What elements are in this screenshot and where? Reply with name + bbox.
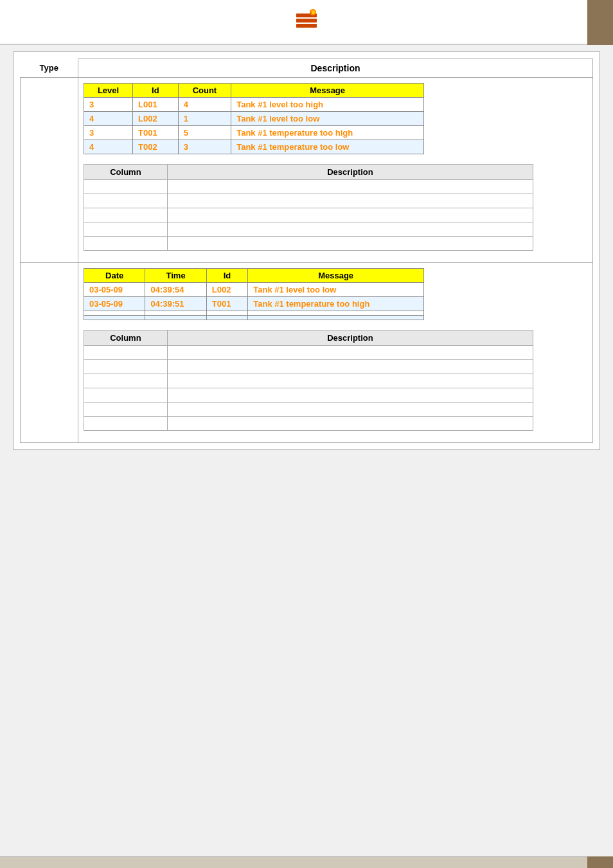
col-desc2-row <box>84 374 533 388</box>
footer-accent <box>587 856 613 868</box>
alarm1-row: 4T0023Tank #1 temperature too low <box>84 140 424 154</box>
alarm-table-2: Date Time Id Message 03-05-0904:39:54L00… <box>84 268 424 320</box>
alarm2-cell-message: Tank #1 temperature too high <box>248 297 424 311</box>
col-desc1-row <box>84 208 533 222</box>
main-content: Type Description Level Id <box>13 51 600 450</box>
alarm1-col-level: Level <box>84 84 133 98</box>
col-desc2-col <box>84 360 168 374</box>
col-desc2-row <box>84 388 533 402</box>
alarm1-cell-count: 4 <box>178 98 231 112</box>
alarm-section-2: Date Time Id Message 03-05-0904:39:54L00… <box>84 268 587 320</box>
alarm1-cell-message: Tank #1 temperature too low <box>231 140 424 154</box>
alarm2-cell-message: Tank #1 level too low <box>248 283 424 297</box>
alarm1-cell-message: Tank #1 temperature too high <box>231 126 424 140</box>
svg-rect-2 <box>296 24 317 28</box>
alarm2-cell-date: 03-05-09 <box>84 283 145 297</box>
alarm1-row: 3T0015Tank #1 temperature too high <box>84 126 424 140</box>
alarm2-cell-time: 04:39:54 <box>145 283 206 297</box>
col-desc-table-2: Column Description <box>84 330 533 431</box>
alarm2-cell-id: T001 <box>206 297 247 311</box>
description-cell-2: Date Time Id Message 03-05-0904:39:54L00… <box>78 263 593 443</box>
col-desc2-desc <box>167 346 533 360</box>
alarm2-cell-date <box>84 311 145 316</box>
col-desc1-col <box>84 237 168 251</box>
alarm1-cell-level: 3 <box>84 98 133 112</box>
description-header: Description <box>78 59 593 78</box>
col-desc2-desc <box>167 388 533 402</box>
alarm1-cell-level: 3 <box>84 126 133 140</box>
alarm2-col-id: Id <box>206 269 247 283</box>
col-desc2-col <box>84 346 168 360</box>
col-desc2-row <box>84 402 533 417</box>
alarm1-cell-id: T002 <box>133 140 179 154</box>
col2-header: Column <box>84 330 168 346</box>
col-desc1-desc <box>167 194 533 208</box>
col-desc-section-2: Column Description <box>84 330 587 431</box>
col-desc2-desc <box>167 402 533 417</box>
svg-rect-1 <box>296 19 317 23</box>
alarm2-row: 03-05-0904:39:54L002Tank #1 level too lo… <box>84 283 424 297</box>
col-desc1-col <box>84 180 168 194</box>
svg-text:!: ! <box>310 11 312 15</box>
alarm1-cell-id: L002 <box>133 112 179 126</box>
desc1-header: Description <box>167 165 533 180</box>
type-cell-2 <box>21 263 78 443</box>
col1-header: Column <box>84 165 168 180</box>
alarm2-cell-time <box>145 311 206 316</box>
col-desc1-row <box>84 222 533 237</box>
alarm2-cell-time <box>145 316 206 320</box>
col-desc2-desc <box>167 360 533 374</box>
col-desc1-col <box>84 208 168 222</box>
alarm1-cell-level: 4 <box>84 112 133 126</box>
alarm-section-1: Level Id Count Message 3L0014Tank #1 lev… <box>84 83 587 154</box>
alarm1-cell-level: 4 <box>84 140 133 154</box>
col-desc1-desc <box>167 237 533 251</box>
col-desc2-col <box>84 388 168 402</box>
alarm2-cell-date: 03-05-09 <box>84 297 145 311</box>
col-desc1-desc <box>167 222 533 237</box>
alarm2-cell-id: L002 <box>206 283 247 297</box>
col-desc-section-1: Column Description <box>84 164 587 251</box>
alarm1-row: 3L0014Tank #1 level too high <box>84 98 424 112</box>
col-desc2-desc <box>167 417 533 431</box>
col-desc1-row <box>84 237 533 251</box>
header-icon: ! <box>295 8 318 36</box>
alarm1-col-message: Message <box>231 84 424 98</box>
alarm1-cell-id: L001 <box>133 98 179 112</box>
alarm2-col-time: Time <box>145 269 206 283</box>
alarm2-cell-id <box>206 316 247 320</box>
alarm1-cell-count: 3 <box>178 140 231 154</box>
col-desc1-col <box>84 194 168 208</box>
type-header: Type <box>21 59 78 78</box>
header: ! <box>0 0 613 45</box>
desc2-header: Description <box>167 330 533 346</box>
col-desc2-col <box>84 374 168 388</box>
alarm2-cell-time: 04:39:51 <box>145 297 206 311</box>
col-desc1-col <box>84 222 168 237</box>
col-desc2-row <box>84 346 533 360</box>
col-desc1-row <box>84 194 533 208</box>
alarm1-cell-id: T001 <box>133 126 179 140</box>
alarm2-row <box>84 311 424 316</box>
col-desc2-col <box>84 402 168 417</box>
alarm1-cell-count: 5 <box>178 126 231 140</box>
alarm1-row: 4L0021Tank #1 level too low <box>84 112 424 126</box>
alarm2-row: 03-05-0904:39:51T001Tank #1 temperature … <box>84 297 424 311</box>
footer <box>0 856 613 868</box>
type-cell-1 <box>21 78 78 263</box>
alarm2-row <box>84 316 424 320</box>
col-desc1-desc <box>167 180 533 194</box>
col-desc1-row <box>84 180 533 194</box>
description-cell-1: Level Id Count Message 3L0014Tank #1 lev… <box>78 78 593 263</box>
alarm2-cell-message <box>248 311 424 316</box>
alarm2-cell-id <box>206 311 247 316</box>
alarm2-col-message: Message <box>248 269 424 283</box>
alarm2-col-date: Date <box>84 269 145 283</box>
col-desc2-row <box>84 417 533 431</box>
alarm1-col-id: Id <box>133 84 179 98</box>
alarm1-cell-message: Tank #1 level too high <box>231 98 424 112</box>
app-icon: ! <box>295 8 318 32</box>
col-desc1-desc <box>167 208 533 222</box>
alarm1-cell-count: 1 <box>178 112 231 126</box>
alarm2-cell-message <box>248 316 424 320</box>
